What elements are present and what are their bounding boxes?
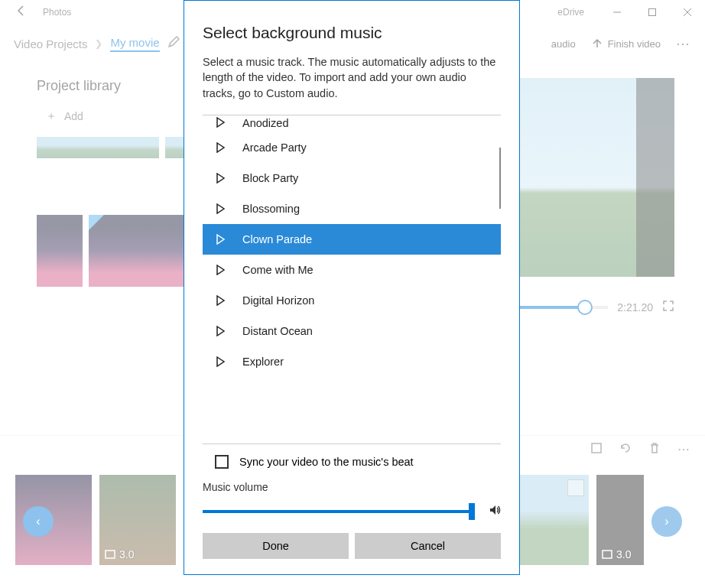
track-name: Clown Parade <box>242 233 312 245</box>
track-item[interactable]: Explorer <box>203 346 501 377</box>
track-name: Anodized <box>242 117 288 129</box>
track-name: Distant Ocean <box>242 325 313 337</box>
track-name: Digital Horizon <box>242 294 314 307</box>
dialog-buttons: Done Cancel <box>203 533 501 559</box>
dialog-title: Select background music <box>203 24 501 42</box>
play-icon[interactable] <box>215 203 226 214</box>
track-item[interactable]: Clown Parade <box>203 224 501 255</box>
track-item[interactable]: Digital Horizon <box>203 285 501 316</box>
sync-checkbox[interactable] <box>215 455 229 469</box>
volume-row: Music volume <box>203 473 501 533</box>
dialog-description: Select a music track. The music automati… <box>203 54 501 101</box>
play-icon[interactable] <box>215 265 226 275</box>
track-name: Arcade Party <box>242 141 307 154</box>
speaker-icon <box>489 504 501 519</box>
track-item[interactable]: Anodized <box>203 117 501 132</box>
sync-label: Sync your video to the music's beat <box>239 456 414 468</box>
track-item[interactable]: Blossoming <box>203 193 501 224</box>
track-item[interactable]: Come with Me <box>203 255 501 285</box>
track-name: Explorer <box>242 356 284 368</box>
play-icon[interactable] <box>215 356 226 367</box>
background-music-dialog: Select background music Select a music t… <box>184 0 520 575</box>
play-icon[interactable] <box>215 142 226 153</box>
cancel-button[interactable]: Cancel <box>355 533 501 559</box>
track-name: Blossoming <box>242 203 300 215</box>
scrollbar[interactable] <box>499 148 501 209</box>
done-button[interactable]: Done <box>203 533 349 559</box>
track-item[interactable]: Distant Ocean <box>203 316 501 346</box>
play-icon[interactable] <box>215 326 226 336</box>
play-icon[interactable] <box>215 173 226 184</box>
sync-checkbox-row[interactable]: Sync your video to the music's beat <box>203 444 501 473</box>
play-icon[interactable] <box>215 295 226 306</box>
track-list[interactable]: AnodizedArcade PartyBlock PartyBlossomin… <box>203 117 501 437</box>
play-icon[interactable] <box>215 117 226 128</box>
track-item[interactable]: Block Party <box>203 163 501 193</box>
volume-label: Music volume <box>203 481 501 493</box>
track-name: Come with Me <box>242 264 314 276</box>
volume-slider[interactable] <box>203 510 475 513</box>
track-item[interactable]: Arcade Party <box>203 132 501 163</box>
track-name: Block Party <box>242 172 298 184</box>
play-icon[interactable] <box>215 234 226 245</box>
